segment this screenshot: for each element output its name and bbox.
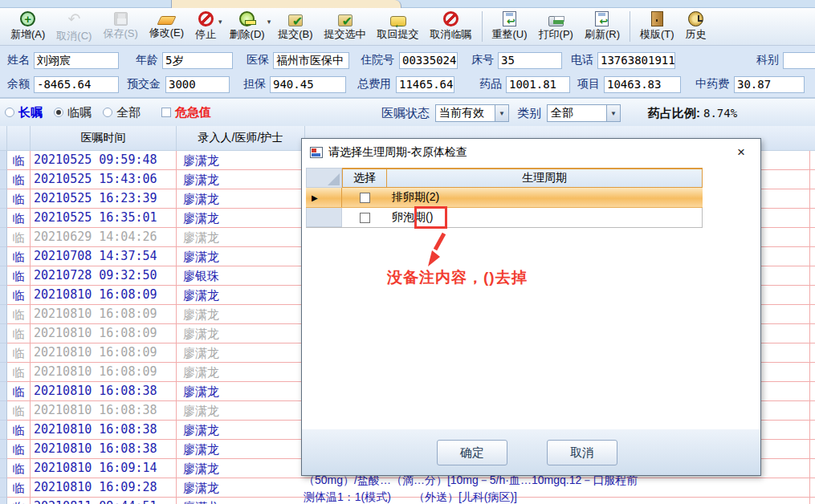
patient-field-label: 中药 xyxy=(811,77,815,91)
patient-field-value[interactable]: 11465.64 xyxy=(396,76,454,93)
patient-field-value[interactable]: 刘翊宸 xyxy=(34,52,119,69)
cycle-label[interactable]: 排卵期(2) xyxy=(387,188,703,207)
patient-field-label: 项目 xyxy=(577,77,601,91)
patient-field-value[interactable]: 940.45 xyxy=(270,76,346,93)
toolbar-button-history[interactable]: 历史 xyxy=(680,11,712,42)
radio-selected-icon[interactable] xyxy=(54,108,63,117)
toolbar-button-cancel-order[interactable]: 取消临嘱 xyxy=(425,11,478,42)
toolbar-button-label: 新增(A) xyxy=(10,27,45,42)
background-order-text-2: 测体温1：1(模式) （外送）[儿科(病区)] xyxy=(304,490,517,504)
toolbar-button-add[interactable]: 新增(A) xyxy=(5,11,51,42)
cancel-button[interactable]: 取消 xyxy=(547,440,617,465)
chevron-down-icon[interactable]: ▼ xyxy=(606,105,620,121)
order-status-value: 当前有效 xyxy=(436,106,495,120)
toolbar-button-undo: 取消(C) xyxy=(51,10,97,43)
row-marker-cell xyxy=(306,208,342,227)
toolbar-button-delete[interactable]: 删除(D) xyxy=(224,11,271,42)
order-cell-type: 临 xyxy=(7,247,31,266)
cycle-checkbox[interactable] xyxy=(360,193,370,203)
cycle-grid-header: 选择 生理周期 xyxy=(306,168,703,188)
order-cell-type: 临 xyxy=(7,151,31,170)
edit-icon xyxy=(157,16,176,25)
order-cell-person: 廖潇龙 xyxy=(177,305,305,324)
toolbar-button-submit[interactable]: 提交(B) xyxy=(272,11,318,42)
filter-right-cluster: 医嘱状态 当前有效 ▼ 类别 全部 ▼ 药占比例: 8.74% xyxy=(381,99,737,128)
patient-field-value[interactable]: 30.87 xyxy=(734,76,805,93)
order-cell-type: 临 xyxy=(7,286,31,305)
toolbar-button-rearrange[interactable]: 重整(U) xyxy=(487,11,533,42)
toolbar-button-refresh[interactable]: 刷新(R) xyxy=(579,11,626,42)
cycle-column-header[interactable]: 生理周期 xyxy=(387,168,703,188)
order-cell-type: 临 xyxy=(7,498,31,504)
toolbar-button-print[interactable]: 打印(P) xyxy=(533,11,579,42)
order-cell-type: 临 xyxy=(7,209,31,228)
active-tab[interactable] xyxy=(171,0,401,8)
order-cell-time: 20210728 09:32:50 xyxy=(31,266,177,286)
cycle-checkbox[interactable] xyxy=(360,213,370,223)
order-cell-time: 20210708 14:37:54 xyxy=(31,247,177,266)
header-time-cell[interactable]: 医嘱时间 xyxy=(31,126,177,150)
grid-corner-cell[interactable] xyxy=(306,168,342,188)
cycle-row[interactable]: 卵泡期() xyxy=(306,208,703,228)
radio-all-orders[interactable]: 全部 xyxy=(103,105,141,120)
dropdown-caret-icon[interactable]: ▾ xyxy=(267,18,271,26)
order-cell-decor xyxy=(0,247,7,266)
patient-field-value[interactable]: -8465.64 xyxy=(34,76,119,93)
toolbar-button-edit[interactable]: 修改(E) xyxy=(144,13,189,40)
category-dropdown[interactable]: 全部 ▼ xyxy=(547,104,621,122)
patient-field-value[interactable]: 1001.81 xyxy=(506,76,570,93)
header-person-cell[interactable]: 录入人/医师/护士 xyxy=(177,126,305,150)
dropdown-caret-icon[interactable]: ▾ xyxy=(218,18,222,26)
order-cell-type: 临 xyxy=(7,343,31,363)
order-cell-time: 20210810 16:08:09 xyxy=(31,363,177,382)
order-cell-time: 20210810 16:08:38 xyxy=(31,440,177,459)
chevron-down-icon[interactable]: ▼ xyxy=(495,105,508,121)
patient-row-2: 余额-8465.64预交金3000担保940.45总费用11465.64药品10… xyxy=(0,72,815,96)
order-cell-decor xyxy=(0,286,7,305)
order-status-dropdown[interactable]: 当前有效 ▼ xyxy=(435,104,509,122)
patient-field-value[interactable]: 3000 xyxy=(165,76,230,93)
order-cell-person: 廖潇龙 xyxy=(177,498,305,504)
patient-field-value[interactable]: 00335024 xyxy=(399,52,458,69)
patient-field-value[interactable]: 13763801911 xyxy=(597,52,675,69)
patient-field-value[interactable]: 10463.83 xyxy=(604,76,681,93)
save-icon xyxy=(114,12,128,26)
order-cell-time: 20210810 16:08:09 xyxy=(31,324,177,343)
toolbar-button-template[interactable]: 模版(T) xyxy=(634,11,680,42)
patient-field-label: 总费用 xyxy=(356,77,393,91)
radio-icon[interactable] xyxy=(5,108,14,117)
toolbar-button-label: 修改(E) xyxy=(149,26,184,40)
his-orders-screen: 新增(A)取消(C)保存(S)修改(E)停止▾删除(D)▾提交(B)提交选中取回… xyxy=(0,0,815,504)
close-icon[interactable]: × xyxy=(730,144,752,161)
toolbar-button-retrieve[interactable]: 取回提交 xyxy=(372,12,425,42)
cycle-row[interactable]: ▶排卵期(2) xyxy=(306,188,703,208)
radio-long-term-orders[interactable]: 长嘱 xyxy=(5,105,43,120)
radio-icon[interactable] xyxy=(103,108,112,117)
order-cell-time: 20210525 15:43:06 xyxy=(31,170,177,189)
order-cell-type: 临 xyxy=(7,363,31,382)
radio-label: 长嘱 xyxy=(18,105,43,120)
toolbar-button-label: 刷新(R) xyxy=(585,27,620,42)
critical-value-checkbox[interactable]: 危急值 xyxy=(161,105,211,120)
radio-temporary-orders[interactable]: 临嘱 xyxy=(54,105,92,120)
window-icon xyxy=(310,147,323,158)
dialog-title-bar[interactable]: 请选择生理周期-衣原体检查 × xyxy=(302,139,760,165)
toolbar-button-stop[interactable]: 停止 xyxy=(189,11,222,42)
toolbar-separator xyxy=(630,11,630,42)
template-icon xyxy=(651,11,663,26)
patient-row-1: 姓名刘翊宸年龄5岁医保福州市医保中住院号00335024床号35电话137638… xyxy=(0,48,815,72)
toolbar-button-label: 取消(C) xyxy=(56,29,92,43)
patient-field-value[interactable]: 5岁 xyxy=(162,52,233,69)
toolbar-button-submit-selected[interactable]: 提交选中 xyxy=(319,11,372,42)
checkbox-icon[interactable] xyxy=(161,108,171,117)
order-cell-person: 廖潇龙 xyxy=(177,228,305,247)
order-cell-time: 20210810 16:08:09 xyxy=(31,305,177,324)
select-column-header[interactable]: 选择 xyxy=(342,168,387,188)
drug-ratio-value: 8.74% xyxy=(703,107,737,120)
ok-button[interactable]: 确定 xyxy=(437,440,507,465)
patient-field-label: 年龄 xyxy=(135,53,159,67)
patient-field-value[interactable]: 35 xyxy=(498,52,562,69)
checkbox-label: 危急值 xyxy=(175,105,211,120)
patient-field-value[interactable] xyxy=(783,52,815,69)
patient-field-value[interactable]: 福州市医保中 xyxy=(273,52,349,69)
